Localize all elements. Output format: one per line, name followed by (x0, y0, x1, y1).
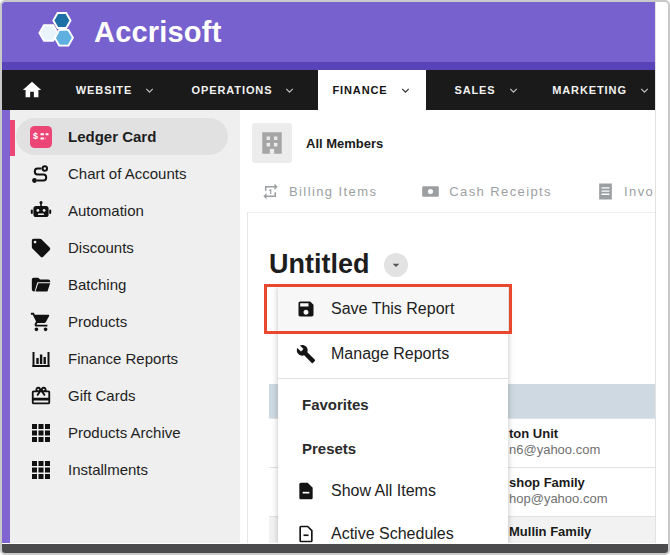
menu-section-label: Favorites (302, 396, 369, 413)
menu-item-manage-reports[interactable]: Manage Reports (278, 332, 508, 375)
grid-icon (30, 422, 52, 444)
nav-item-website[interactable]: WEBSITE (62, 70, 170, 110)
menu-divider (278, 378, 508, 379)
building-icon (259, 130, 285, 156)
chevron-down-icon (143, 84, 156, 97)
document-filled-icon (296, 481, 316, 501)
sidebar-item-products-archive[interactable]: Products Archive (2, 414, 240, 451)
member-email: n6@yahoo.com (509, 442, 600, 458)
sidebar-item-gift-cards[interactable]: Gift Cards (2, 377, 240, 414)
chevron-down-icon (283, 84, 296, 97)
brand-logo[interactable]: Accrisoft (36, 10, 222, 54)
sidebar-item-label: Products (68, 313, 127, 330)
cart-icon (30, 311, 52, 333)
bar-chart-icon (30, 348, 52, 370)
tab-label: Billing Items (289, 184, 377, 199)
nav-item-sales[interactable]: SALES (426, 70, 548, 110)
sidebar-item-label: Gift Cards (68, 387, 136, 404)
nav-item-label: FINANCE (332, 84, 387, 96)
sidebar-item-installments[interactable]: Installments (2, 451, 240, 488)
nav-item-label: OPERATIONS (192, 84, 273, 96)
member-name: ton Unit (509, 426, 600, 442)
report-title-caret-button[interactable] (384, 253, 408, 277)
nav-item-label: WEBSITE (76, 84, 132, 96)
sidebar-accent-strip (2, 110, 10, 543)
header-accent-strip (2, 62, 655, 70)
svg-text:$: $ (33, 131, 38, 141)
home-icon (21, 79, 43, 101)
nav-item-operations[interactable]: OPERATIONS (170, 70, 318, 110)
brand-name: Accrisoft (94, 16, 222, 49)
wrench-icon (296, 344, 316, 364)
menu-section-favorites[interactable]: Favorites (278, 382, 508, 427)
member-email: hop@yahoo.com (509, 491, 607, 507)
menu-item-save-this-report[interactable]: Save This Report (278, 286, 508, 332)
chevron-down-icon (507, 84, 520, 97)
tab-billing-items[interactable]: Billing Items (261, 182, 377, 201)
report-title-row: Untitled (269, 249, 408, 280)
member-email: @gmail.com (509, 540, 591, 543)
grid-icon (30, 459, 52, 481)
member-name: Mullin Family (509, 524, 591, 540)
app-content: Accrisoft WEBSITEOPERATIONSFINANCESALESM… (2, 2, 656, 543)
member-name: shop Family (509, 475, 607, 491)
entity-label: All Members (306, 136, 383, 151)
accrisoft-hexagons-logo (36, 10, 84, 54)
page-body: $Ledger CardChart of AccountsAutomationD… (2, 110, 655, 543)
cash-receipts-icon (421, 182, 440, 201)
nav-item-marketing[interactable]: MARKETING (548, 70, 655, 110)
entity-header: All Members (252, 123, 383, 163)
tab-label: Invoices (624, 184, 656, 199)
document-outline-icon (296, 524, 316, 544)
chevron-down-icon (388, 257, 404, 273)
top-nav: WEBSITEOPERATIONSFINANCESALESMARKETING (2, 70, 655, 110)
report-panel: Untitled ton Unitn6@yahoo.comshop Family… (247, 212, 655, 543)
menu-section-label: Presets (302, 440, 356, 457)
nav-item-label: SALES (454, 84, 495, 96)
report-tabs: Billing ItemsCash ReceiptsInvoices (261, 182, 656, 201)
invoices-icon (596, 182, 615, 201)
chevron-down-icon (399, 84, 412, 97)
sidebar-item-label: Automation (68, 202, 144, 219)
member-cell: Mullin Family@gmail.com (509, 524, 591, 543)
sidebar-item-label: Installments (68, 461, 148, 478)
gift-icon (30, 385, 52, 407)
robot-icon (30, 200, 52, 222)
sidebar-item-label: Products Archive (68, 424, 181, 441)
menu-item-label: Save This Report (331, 300, 454, 318)
save-icon (296, 299, 316, 319)
tag-icon (30, 237, 52, 259)
sidebar-item-label: Chart of Accounts (68, 165, 186, 182)
chart-of-accounts-icon (30, 163, 52, 185)
chevron-down-icon (638, 84, 651, 97)
main-area: All Members Billing ItemsCash ReceiptsIn… (240, 110, 655, 543)
sidebar-item-chart-of-accounts[interactable]: Chart of Accounts (2, 155, 240, 192)
sidebar-item-label: Discounts (68, 239, 134, 256)
sidebar-item-finance-reports[interactable]: Finance Reports (2, 340, 240, 377)
sidebar-item-discounts[interactable]: Discounts (2, 229, 240, 266)
app-header: Accrisoft (2, 2, 655, 62)
ledger-card-icon: $ (30, 126, 52, 148)
menu-item-active-schedules[interactable]: Active Schedules (278, 512, 508, 543)
menu-item-label: Show All Items (331, 482, 436, 500)
sidebar-item-ledger-card[interactable]: $Ledger Card (16, 118, 228, 155)
menu-item-show-all-items[interactable]: Show All Items (278, 469, 508, 512)
sidebar-item-label: Finance Reports (68, 350, 178, 367)
member-cell: shop Familyhop@yahoo.com (509, 475, 607, 507)
report-title: Untitled (269, 249, 370, 280)
menu-item-label: Manage Reports (331, 345, 449, 363)
tab-label: Cash Receipts (449, 184, 552, 199)
sidebar-selected-indicator (10, 120, 15, 156)
sidebar-item-automation[interactable]: Automation (2, 192, 240, 229)
menu-item-label: Active Schedules (331, 525, 454, 543)
tab-cash-receipts[interactable]: Cash Receipts (421, 182, 552, 201)
menu-section-presets[interactable]: Presets (278, 427, 508, 469)
tab-invoices[interactable]: Invoices (596, 182, 656, 201)
nav-home-button[interactable] (2, 70, 62, 110)
sidebar-item-products[interactable]: Products (2, 303, 240, 340)
sidebar-item-label: Ledger Card (68, 128, 156, 145)
nav-item-finance[interactable]: FINANCE (318, 70, 426, 110)
nav-item-label: MARKETING (552, 84, 627, 96)
sidebar: $Ledger CardChart of AccountsAutomationD… (2, 110, 240, 543)
sidebar-item-batching[interactable]: Batching (2, 266, 240, 303)
